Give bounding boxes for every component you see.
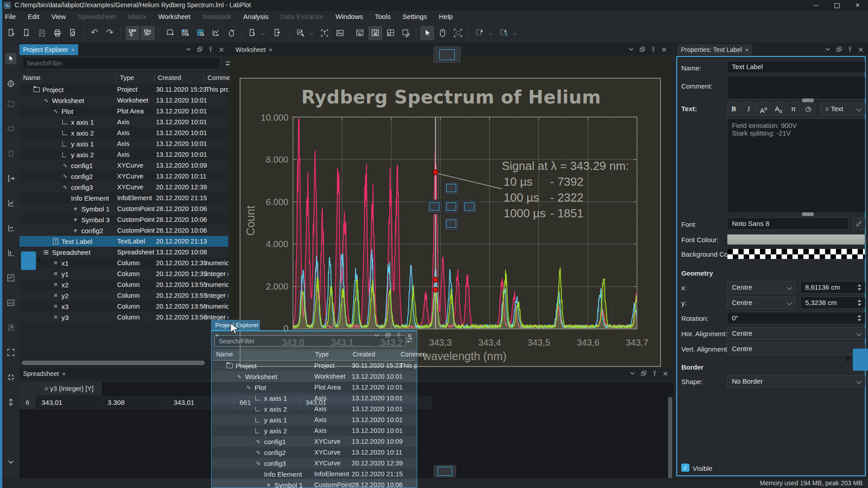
dock-close-icon[interactable]: [660, 46, 669, 54]
layout-horizontal-button[interactable]: [368, 26, 382, 40]
menu-item[interactable]: Notebook: [198, 11, 236, 23]
import-data-button[interactable]: [209, 26, 223, 40]
scrollbar-handle[interactable]: [22, 361, 205, 365]
resize-handle[interactable]: [802, 99, 814, 102]
y-axis-title[interactable]: Count: [244, 198, 257, 244]
tree-row[interactable]: x axis 1 Axis 13.12.2020 10:01: [212, 393, 417, 404]
tree-row[interactable]: Project Project 30.11.2020 15:23 This pr…: [19, 84, 228, 95]
info-element-row[interactable]: 10 µs- 7392: [504, 175, 533, 189]
menu-item[interactable]: Help: [434, 11, 458, 23]
curve-y-tool[interactable]: [5, 248, 16, 258]
tree-row[interactable]: y axis 2 Axis 13.12.2020 10:01: [212, 425, 417, 436]
crosshair-tool[interactable]: [5, 78, 16, 89]
hor-alignment-dropdown[interactable]: Centre: [727, 327, 865, 340]
tab-close-icon[interactable]: ×: [745, 47, 749, 53]
text-mode-dropdown[interactable]: ≡ Text: [820, 103, 865, 115]
shift-region-tool[interactable]: [5, 397, 16, 408]
dock-float-icon[interactable]: [195, 46, 204, 54]
more-tools-chevron-icon[interactable]: [5, 456, 16, 467]
spin-up-icon[interactable]: [858, 300, 861, 302]
column-header-created[interactable]: Created: [353, 351, 375, 358]
dock-close-icon[interactable]: [217, 46, 226, 54]
spin-down-icon[interactable]: [858, 304, 861, 306]
explorer-column-header[interactable]: Name Type Created Commen: [19, 72, 228, 84]
spreadsheet-vertical-scrollbar[interactable]: [668, 396, 673, 478]
minimize-button[interactable]: ─: [806, 0, 826, 11]
tree-row[interactable]: Worksheet Worksheet 13.12.2020 10:01: [212, 371, 417, 382]
tree-row[interactable]: Project Project 30.11.2020 15:23 This pr…: [212, 360, 417, 371]
superscript-button[interactable]: AB: [757, 102, 770, 116]
menu-item[interactable]: Tools: [370, 11, 396, 23]
navigation-tool-button[interactable]: [436, 26, 449, 40]
text-content-editor[interactable]: Field ionisation: 900V Stark splitting: …: [727, 118, 865, 213]
bold-button[interactable]: B: [727, 102, 741, 116]
new-workbook-button[interactable]: [163, 26, 177, 40]
name-field[interactable]: Text Label: [727, 61, 865, 73]
dock-menu-chevron-icon[interactable]: [184, 46, 193, 54]
explorer-horizontal-scrollbar[interactable]: [20, 360, 227, 366]
tab-close-icon[interactable]: ×: [71, 47, 75, 53]
tree-row[interactable]: config3 XYCurve 20.12.2020 12:39: [19, 182, 228, 192]
color-maps-button[interactable]: [225, 26, 238, 40]
italic-button[interactable]: I: [742, 102, 755, 116]
font-edit-pencil-icon[interactable]: [853, 217, 865, 230]
add-plot-area-template-1-button[interactable]: 1: [497, 26, 511, 40]
zoom-mode-button[interactable]: [294, 26, 307, 40]
expand-region-tool[interactable]: [5, 347, 16, 358]
export-worksheet-button[interactable]: [245, 26, 259, 40]
select-cursor-tool[interactable]: [5, 53, 16, 64]
column-separator[interactable]: [116, 74, 117, 83]
tree-row[interactable]: Text Label TextLabel 20.12.2020 21:13: [19, 236, 228, 247]
tab-close-icon[interactable]: ×: [62, 371, 66, 377]
tree-row[interactable]: Spreadsheet Spreadsheet 13.12.2020 10:08: [19, 247, 228, 258]
floating-column-header[interactable]: Name Type Created Commen: [212, 350, 416, 361]
select-tool-button[interactable]: [420, 26, 434, 40]
column-header-type[interactable]: Type: [120, 74, 134, 81]
filter-settings-icon[interactable]: [406, 337, 413, 345]
tab-project-explorer[interactable]: Project Explorer×: [19, 44, 78, 55]
font-colour-swatch[interactable]: [727, 234, 865, 245]
new-project-button[interactable]: [5, 26, 18, 40]
column-header-created[interactable]: Created: [158, 74, 181, 81]
tree-row[interactable]: config1 XYCurve 13.12.2020 10:09: [212, 436, 417, 447]
new-worksheet-button[interactable]: [270, 26, 284, 40]
menu-item[interactable]: Worksheet: [153, 11, 195, 23]
info-element-row[interactable]: 1000 µs- 1851: [504, 206, 546, 221]
dock-float-icon[interactable]: [639, 370, 648, 378]
font-field[interactable]: Noto Sans 8: [727, 217, 849, 230]
save-project-button[interactable]: [35, 26, 49, 40]
tree-row[interactable]: y axis 2 Axis 13.12.2020 10:01: [19, 149, 228, 160]
column-header-name[interactable]: Name: [23, 74, 41, 81]
tree-row[interactable]: config2 XYCurve 13.12.2020 10:11: [19, 171, 228, 182]
comment-field[interactable]: [727, 76, 865, 99]
tree-row[interactable]: y3 Column 20.12.2020 13:56 integer da: [19, 312, 228, 323]
spin-down-icon[interactable]: [858, 319, 861, 321]
tree-row[interactable]: Symbol 1 CustomPoint 28.12.2020 10:06: [19, 203, 228, 214]
add-plot-area-button[interactable]: [473, 26, 486, 40]
dock-pin-icon[interactable]: [650, 370, 659, 378]
tab-spreadsheet[interactable]: Spreadsheet×: [19, 368, 69, 379]
spin-down-icon[interactable]: [858, 288, 861, 291]
axis-tool[interactable]: [5, 198, 16, 209]
tree-row[interactable]: y2 Column 20.12.2020 13:55 integer da: [19, 290, 228, 301]
plot-region-tool[interactable]: [5, 272, 16, 283]
dock-close-icon[interactable]: [856, 46, 865, 54]
toggle-properties-explorer-button[interactable]: [141, 26, 155, 40]
tree-row[interactable]: config2 CustomPoint 28.12.2020 10:06: [19, 225, 228, 236]
redo-button[interactable]: ↷: [103, 26, 117, 40]
close-button[interactable]: ✕: [847, 0, 868, 11]
image-region-tool[interactable]: [5, 297, 16, 308]
tree-row[interactable]: x2 Column 20.12.2020 13:55 numerical: [19, 279, 228, 290]
menu-item[interactable]: Analysis: [238, 11, 274, 23]
datetime-button[interactable]: ◷: [802, 102, 815, 116]
spin-up-icon[interactable]: [858, 315, 861, 317]
tree-row[interactable]: x3 Column 20.12.2020 13:56 numerical: [19, 301, 228, 312]
add-text-label-button[interactable]: [318, 26, 331, 40]
vert-alignment-dropdown[interactable]: Centre: [727, 343, 865, 355]
y-mode-dropdown[interactable]: Centre: [727, 296, 796, 309]
toggle-project-explorer-button[interactable]: [126, 26, 139, 40]
maximize-button[interactable]: [826, 0, 847, 11]
layout-grid-button[interactable]: [384, 26, 397, 40]
tree-row[interactable]: Plot Plot Area 13.12.2020 10:01: [19, 106, 228, 117]
new-spreadsheet-button[interactable]: [179, 26, 192, 40]
